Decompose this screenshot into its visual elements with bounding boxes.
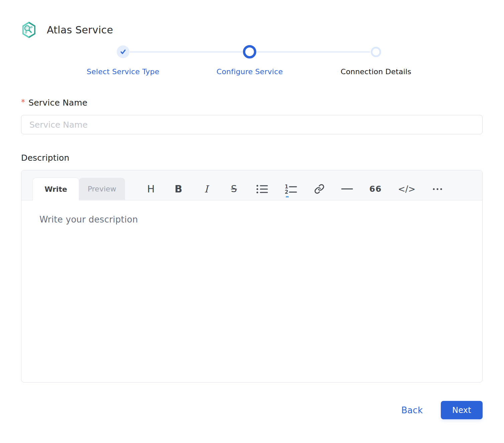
editor-body <box>21 200 482 383</box>
quote-button[interactable]: 66 <box>369 182 382 196</box>
step-label: Configure Service <box>217 67 283 76</box>
required-asterisk: * <box>21 98 25 107</box>
horizontal-rule-icon <box>341 188 353 189</box>
configure-service-page: Atlas Service Select Service Type Config… <box>0 0 504 443</box>
step-connection-details[interactable]: Connection Details <box>341 43 411 76</box>
service-name-label: * Service Name <box>21 98 483 108</box>
stepper: Select Service Type Configure Service Co… <box>21 43 483 79</box>
editor-tabs: Write Preview <box>33 178 125 200</box>
bullet-list-button[interactable] <box>256 182 268 196</box>
bold-icon: B <box>175 183 182 195</box>
app-header: Atlas Service <box>21 21 483 38</box>
heading-icon: H <box>147 183 154 195</box>
editor-tools: H B I S <box>145 178 443 200</box>
step-completed-check-icon <box>117 45 129 58</box>
step-configure-service[interactable]: Configure Service <box>217 43 283 76</box>
italic-button[interactable]: I <box>201 182 212 196</box>
service-name-input[interactable] <box>21 115 483 134</box>
bullet-list-icon <box>256 184 268 194</box>
link-icon <box>314 184 325 194</box>
next-button[interactable]: Next <box>441 401 483 419</box>
step-label: Connection Details <box>341 67 411 76</box>
description-label: Description <box>21 153 483 163</box>
italic-icon: I <box>204 183 208 195</box>
numbered-list-clipped-item <box>286 196 289 197</box>
more-options-button[interactable] <box>432 182 443 196</box>
description-textarea[interactable] <box>21 200 482 383</box>
step-active-circle-icon <box>243 45 256 58</box>
tab-preview[interactable]: Preview <box>79 178 125 200</box>
tab-write[interactable]: Write <box>33 178 79 200</box>
code-icon: </> <box>398 184 415 194</box>
step-pending-circle-icon <box>371 47 381 57</box>
description-editor: Write Preview H B I S <box>21 170 483 383</box>
link-button[interactable] <box>313 182 325 196</box>
numbered-list-button[interactable]: 1 2 <box>284 182 297 196</box>
step-select-service-type[interactable]: Select Service Type <box>87 43 159 76</box>
strikethrough-button[interactable]: S <box>228 182 240 196</box>
horizontal-rule-button[interactable] <box>341 182 353 196</box>
back-button[interactable]: Back <box>401 405 423 415</box>
quote-icon: 66 <box>369 184 382 194</box>
service-name-label-text: Service Name <box>28 98 88 108</box>
numbered-list-icon: 1 2 <box>284 184 297 194</box>
bold-button[interactable]: B <box>173 182 184 196</box>
page-title: Atlas Service <box>47 24 113 36</box>
strikethrough-icon: S <box>231 183 237 194</box>
code-button[interactable]: </> <box>398 182 415 196</box>
atlas-logo-icon <box>21 21 37 38</box>
ellipsis-icon <box>432 188 443 190</box>
svg-text:2: 2 <box>285 189 288 194</box>
footer-actions: Back Next <box>21 401 483 419</box>
editor-toolbar: Write Preview H B I S <box>21 170 482 200</box>
description-label-text: Description <box>21 153 70 163</box>
step-label: Select Service Type <box>87 67 159 76</box>
heading-button[interactable]: H <box>145 182 156 196</box>
